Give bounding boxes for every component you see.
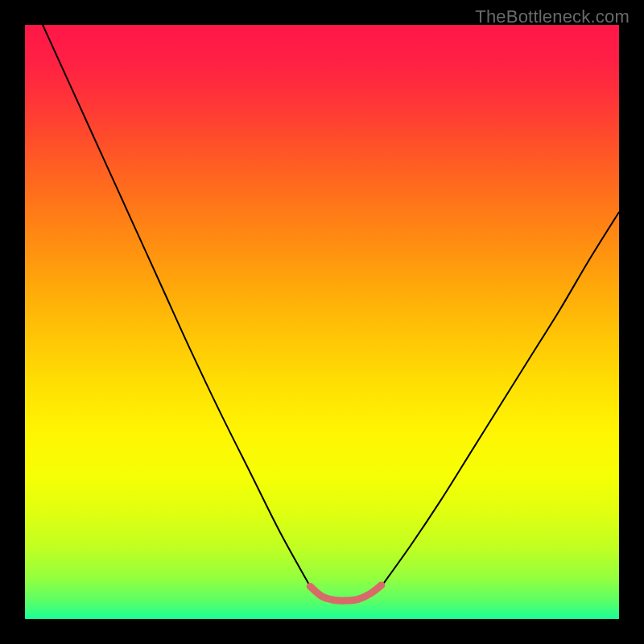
series-bottleneck-floor — [310, 585, 382, 601]
watermark-text: TheBottleneck.com — [475, 6, 630, 27]
series-bottleneck-left-arm — [43, 25, 310, 586]
curve-layer — [25, 25, 619, 619]
chart-canvas: TheBottleneck.com — [0, 0, 644, 644]
series-bottleneck-right-arm — [382, 212, 619, 586]
plot-area — [25, 25, 619, 619]
